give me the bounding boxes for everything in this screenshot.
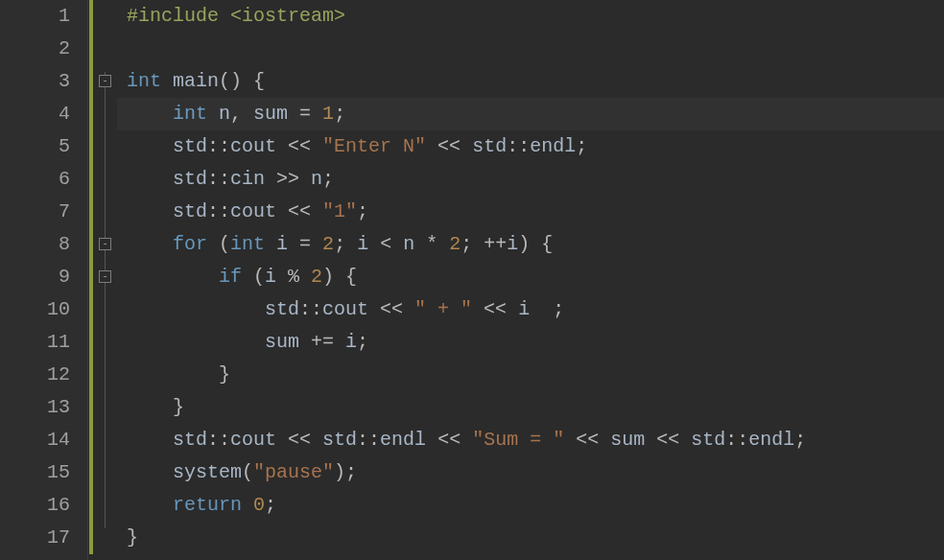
code-line[interactable]: std::cout << "1";	[127, 196, 944, 228]
code-token: cout	[322, 298, 368, 320]
code-token: (	[242, 266, 265, 288]
code-token: >>	[265, 168, 311, 190]
line-number: 7	[0, 196, 70, 228]
code-line[interactable]: system("pause");	[127, 456, 944, 489]
line-number: 9	[0, 261, 70, 293]
code-token: std	[322, 429, 357, 451]
code-token: ; ++	[460, 233, 507, 255]
code-line[interactable]: sum += i;	[127, 326, 944, 359]
code-area[interactable]: #include <iostream>int main() { int n, s…	[117, 0, 944, 560]
code-token	[265, 233, 276, 255]
code-token	[127, 429, 173, 451]
code-line[interactable]: std::cout << "Enter N" << std::endl;	[127, 130, 944, 163]
code-token: ::	[299, 298, 322, 320]
line-number: 8	[0, 228, 70, 261]
fold-column: ---	[95, 0, 117, 560]
line-number: 12	[0, 359, 70, 391]
code-token: ::	[207, 429, 230, 451]
code-token: ::	[507, 135, 530, 157]
code-token: "pause"	[253, 461, 334, 483]
code-token: std	[173, 429, 207, 451]
code-token: ;	[334, 233, 357, 255]
code-token: std	[691, 429, 725, 451]
line-number: 1	[0, 0, 70, 33]
code-token: }	[127, 526, 138, 548]
fold-toggle-icon[interactable]: -	[99, 238, 111, 250]
code-token: sum	[610, 429, 645, 451]
line-number: 6	[0, 163, 70, 196]
code-token	[127, 168, 173, 190]
line-number: 14	[0, 424, 70, 456]
code-token: for	[173, 233, 207, 255]
line-number: 2	[0, 33, 70, 65]
code-token	[127, 200, 173, 222]
code-token: 0	[253, 494, 265, 516]
code-token: cout	[230, 135, 276, 157]
code-token: <	[368, 233, 403, 255]
code-token	[127, 233, 173, 255]
code-token: ;	[576, 135, 587, 157]
line-number-gutter: 1234567891011121314151617	[0, 0, 88, 560]
line-number: 17	[0, 522, 70, 554]
code-token: <<	[368, 298, 414, 320]
code-token: "Enter N"	[322, 135, 426, 157]
code-token: system	[173, 461, 242, 483]
code-token: i	[507, 233, 518, 255]
code-line[interactable]: for (int i = 2; i < n * 2; ++i) {	[127, 228, 944, 261]
code-token: "Sum = "	[472, 429, 564, 451]
code-token: cout	[230, 200, 276, 222]
code-token: <<	[645, 429, 691, 451]
line-number: 13	[0, 391, 70, 424]
code-token: () {	[219, 70, 265, 92]
current-line-highlight	[117, 98, 944, 130]
code-token: i	[345, 331, 357, 353]
code-token: endl	[380, 429, 426, 451]
code-token: cin	[230, 168, 265, 190]
code-line[interactable]: std::cout << " + " << i ;	[127, 293, 944, 326]
fold-toggle-icon[interactable]: -	[99, 270, 111, 283]
code-token: ) {	[322, 266, 357, 288]
code-line[interactable]: #include <iostream>	[127, 0, 944, 33]
code-token: ) {	[518, 233, 553, 255]
line-number: 4	[0, 98, 70, 130]
fold-toggle-icon[interactable]: -	[99, 75, 111, 87]
code-token	[127, 494, 173, 516]
code-token: <<	[472, 298, 518, 320]
code-token: ::	[725, 429, 748, 451]
code-token: ::	[207, 200, 230, 222]
code-line[interactable]: int main() {	[127, 65, 944, 98]
code-token: }	[127, 396, 184, 418]
code-line[interactable]: }	[127, 391, 944, 424]
code-token: std	[173, 200, 207, 222]
code-token: 2	[311, 266, 322, 288]
code-editor[interactable]: 1234567891011121314151617 --- #include <…	[0, 0, 944, 560]
code-token: ::	[207, 135, 230, 157]
code-token: i	[276, 233, 288, 255]
code-line[interactable]: if (i % 2) {	[127, 261, 944, 293]
code-line[interactable]: std::cout << std::endl << "Sum = " << su…	[127, 424, 944, 456]
code-token: main	[173, 70, 219, 92]
code-token: +=	[299, 331, 345, 353]
code-line[interactable]: return 0;	[127, 489, 944, 522]
code-token: ::	[357, 429, 380, 451]
code-line[interactable]: std::cin >> n;	[127, 163, 944, 196]
code-token: ;	[357, 331, 368, 353]
code-token: =	[288, 233, 322, 255]
code-token: ;	[794, 429, 806, 451]
code-token: (	[207, 233, 230, 255]
code-token: std	[173, 168, 207, 190]
code-line[interactable]: }	[127, 522, 944, 554]
code-line[interactable]	[127, 33, 944, 65]
code-token: %	[276, 266, 311, 288]
code-token: 2	[449, 233, 460, 255]
code-token	[127, 461, 173, 483]
line-number: 16	[0, 489, 70, 522]
code-token: #include <iostream>	[127, 5, 345, 27]
code-token: return	[173, 494, 242, 516]
code-token: ;	[265, 494, 276, 516]
code-token: <<	[276, 200, 322, 222]
code-line[interactable]: }	[127, 359, 944, 391]
code-token: <<	[564, 429, 610, 451]
code-token: <<	[426, 429, 472, 451]
code-token: endl	[530, 135, 576, 157]
